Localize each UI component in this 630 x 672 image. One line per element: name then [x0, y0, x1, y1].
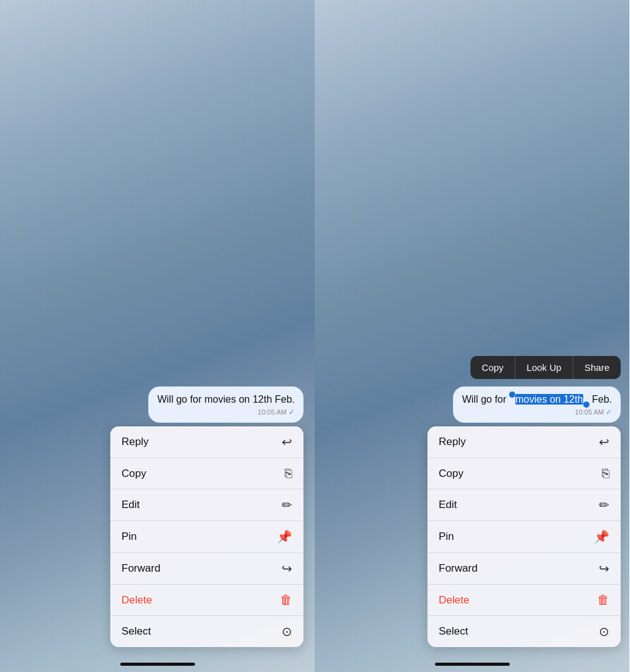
menu-label-left-forward: Forward [122, 562, 160, 575]
menu-label-left-select: Select [122, 625, 151, 638]
menu-label-right-pin: Pin [439, 530, 454, 543]
menu-item-right-edit[interactable]: Edit✏ [427, 489, 621, 521]
menu-icon-left-copy: ⎘ [285, 466, 292, 481]
menu-label-left-pin: Pin [122, 530, 137, 543]
menu-label-left-copy: Copy [122, 468, 146, 480]
text-after: Feb. [589, 394, 612, 405]
toolbar-btn-share[interactable]: Share [573, 356, 621, 379]
menu-icon-right-forward: ↪ [599, 561, 609, 576]
menu-item-left-pin[interactable]: Pin📌 [110, 521, 303, 553]
right-panel: CopyLook UpShare Will go for movies on 1… [315, 0, 629, 672]
message-time-left: 10:05 AM ✓ [157, 408, 295, 416]
toolbar-btn-look-up[interactable]: Look Up [515, 356, 573, 379]
menu-label-right-forward: Forward [439, 562, 477, 575]
context-menu-right: Reply↩Copy⎘Edit✏Pin📌Forward↪Delete🗑Selec… [427, 426, 621, 647]
message-text-right: Will go for movies on 12th Feb. [462, 393, 612, 406]
context-menu-left: Reply↩Copy⎘Edit✏Pin📌Forward↪Delete🗑Selec… [110, 426, 303, 647]
menu-label-right-delete: Delete [439, 594, 469, 607]
menu-item-left-select[interactable]: Select⊙ [110, 616, 303, 647]
menu-item-right-forward[interactable]: Forward↪ [427, 553, 621, 585]
menu-item-right-reply[interactable]: Reply↩ [427, 426, 621, 458]
menu-icon-left-delete: 🗑 [280, 593, 292, 607]
menu-item-right-copy[interactable]: Copy⎘ [427, 458, 621, 489]
text-before: Will go for [462, 394, 509, 405]
text-selected: movies on 12th [515, 394, 583, 405]
menu-item-left-edit[interactable]: Edit✏ [110, 489, 303, 521]
right-content: CopyLook UpShare Will go for movies on 1… [315, 0, 629, 672]
menu-icon-right-pin: 📌 [594, 529, 609, 544]
tick-left: ✓ [289, 408, 295, 416]
selection-handle-right [583, 401, 589, 408]
toolbar-btn-copy[interactable]: Copy [470, 356, 515, 379]
menu-item-right-select[interactable]: Select⊙ [427, 616, 621, 647]
left-content: Will go for movies on 12th Feb. 10:05 AM… [0, 0, 315, 672]
menu-item-left-forward[interactable]: Forward↪ [110, 553, 303, 585]
menu-label-right-select: Select [439, 625, 468, 638]
selection-handle-left [509, 391, 515, 398]
tick-right: ✓ [606, 408, 612, 416]
toolbar-wrapper: CopyLook UpShare Will go for movies on 1… [323, 356, 621, 426]
home-indicator-right [435, 663, 510, 666]
menu-label-left-edit: Edit [122, 499, 140, 511]
menu-icon-right-reply: ↩ [599, 434, 609, 449]
menu-item-left-delete[interactable]: Delete🗑 [110, 585, 303, 616]
menu-label-right-copy: Copy [439, 468, 464, 480]
menu-label-right-edit: Edit [439, 499, 457, 511]
message-bubble-right: Will go for movies on 12th Feb. 10:05 AM… [453, 386, 621, 423]
message-bubble-left: Will go for movies on 12th Feb. 10:05 AM… [148, 386, 303, 423]
menu-label-left-delete: Delete [122, 594, 152, 607]
left-panel: Will go for movies on 12th Feb. 10:05 AM… [0, 0, 315, 672]
menu-icon-left-forward: ↪ [282, 561, 292, 576]
menu-item-left-reply[interactable]: Reply↩ [110, 426, 303, 458]
menu-item-right-delete[interactable]: Delete🗑 [427, 585, 621, 616]
home-indicator-left [120, 663, 195, 666]
message-text-left: Will go for movies on 12th Feb. [157, 393, 295, 406]
menu-item-right-pin[interactable]: Pin📌 [427, 521, 621, 553]
menu-label-left-reply: Reply [122, 436, 148, 448]
menu-icon-left-select: ⊙ [282, 624, 292, 639]
menu-item-left-copy[interactable]: Copy⎘ [110, 458, 303, 489]
text-selection-toolbar: CopyLook UpShare [470, 356, 621, 379]
menu-icon-left-pin: 📌 [277, 529, 292, 544]
menu-icon-left-edit: ✏ [282, 497, 292, 512]
message-time-right: 10:05 AM ✓ [462, 408, 612, 416]
menu-icon-right-edit: ✏ [599, 497, 609, 512]
menu-label-right-reply: Reply [439, 436, 465, 448]
menu-icon-right-delete: 🗑 [597, 593, 609, 607]
menu-icon-right-select: ⊙ [599, 624, 609, 639]
menu-icon-left-reply: ↩ [282, 434, 292, 449]
menu-icon-right-copy: ⎘ [602, 466, 609, 481]
